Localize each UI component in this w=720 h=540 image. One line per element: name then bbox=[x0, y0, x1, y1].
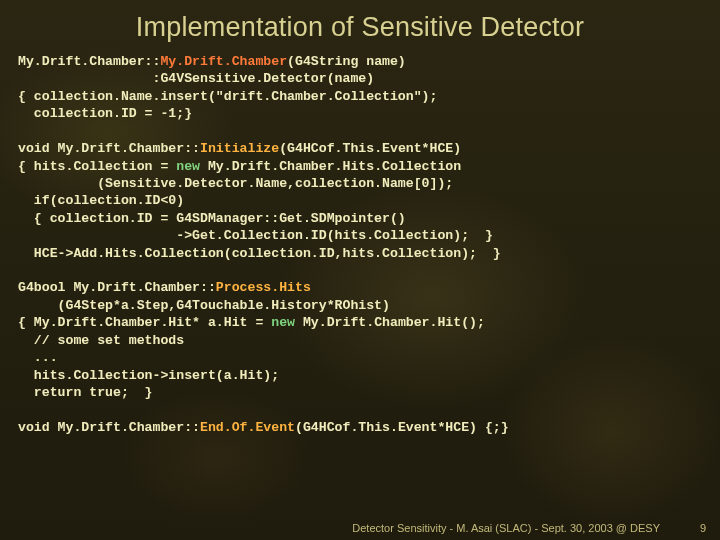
slide: Implementation of Sensitive Detector My.… bbox=[0, 0, 720, 540]
code-line: { hits.Collection = bbox=[18, 159, 176, 174]
code-line: // some set methods bbox=[18, 333, 184, 348]
code-line: { collection.Name.insert("drift.Chamber.… bbox=[18, 89, 437, 104]
code-line: (G4HCof.This.Event*HCE) {;} bbox=[295, 420, 509, 435]
footer-text: Detector Sensitivity - M. Asai (SLAC) - … bbox=[352, 522, 660, 534]
code-line: { My.Drift.Chamber.Hit* a.Hit = bbox=[18, 315, 271, 330]
code-block: My.Drift.Chamber::My.Drift.Chamber(G4Str… bbox=[18, 53, 702, 436]
code-line: ->Get.Collection.ID(hits.Collection); } bbox=[18, 228, 493, 243]
code-line: (G4Step*a.Step,G4Touchable.History*ROhis… bbox=[18, 298, 390, 313]
code-line: return true; } bbox=[18, 385, 153, 400]
code-line: { collection.ID = G4SDManager::Get.SDMpo… bbox=[18, 211, 406, 226]
slide-title: Implementation of Sensitive Detector bbox=[18, 12, 702, 43]
code-line: :G4VSensitive.Detector(name) bbox=[18, 71, 374, 86]
code-line: if(collection.ID<0) bbox=[18, 193, 184, 208]
code-line: hits.Collection->insert(a.Hit); bbox=[18, 368, 279, 383]
page-number: 9 bbox=[700, 522, 706, 534]
code-line: HCE->Add.Hits.Collection(collection.ID,h… bbox=[18, 246, 501, 261]
code-line: (Sensitive.Detector.Name,collection.Name… bbox=[18, 176, 453, 191]
code-line: void My.Drift.Chamber:: bbox=[18, 141, 200, 156]
code-line: My.Drift.Chamber.Hit(); bbox=[295, 315, 485, 330]
keyword-new: new bbox=[271, 315, 295, 330]
constructor-name: My.Drift.Chamber bbox=[160, 54, 287, 69]
code-line: (G4HCof.This.Event*HCE) bbox=[279, 141, 461, 156]
code-line: My.Drift.Chamber:: bbox=[18, 54, 160, 69]
method-name: Process.Hits bbox=[216, 280, 311, 295]
code-line: ... bbox=[18, 350, 58, 365]
method-name: Initialize bbox=[200, 141, 279, 156]
code-line: void My.Drift.Chamber:: bbox=[18, 420, 200, 435]
code-line: My.Drift.Chamber.Hits.Collection bbox=[200, 159, 461, 174]
code-line: (G4String name) bbox=[287, 54, 406, 69]
keyword-new: new bbox=[176, 159, 200, 174]
code-line: collection.ID = -1;} bbox=[18, 106, 192, 121]
code-line: G4bool My.Drift.Chamber:: bbox=[18, 280, 216, 295]
method-name: End.Of.Event bbox=[200, 420, 295, 435]
